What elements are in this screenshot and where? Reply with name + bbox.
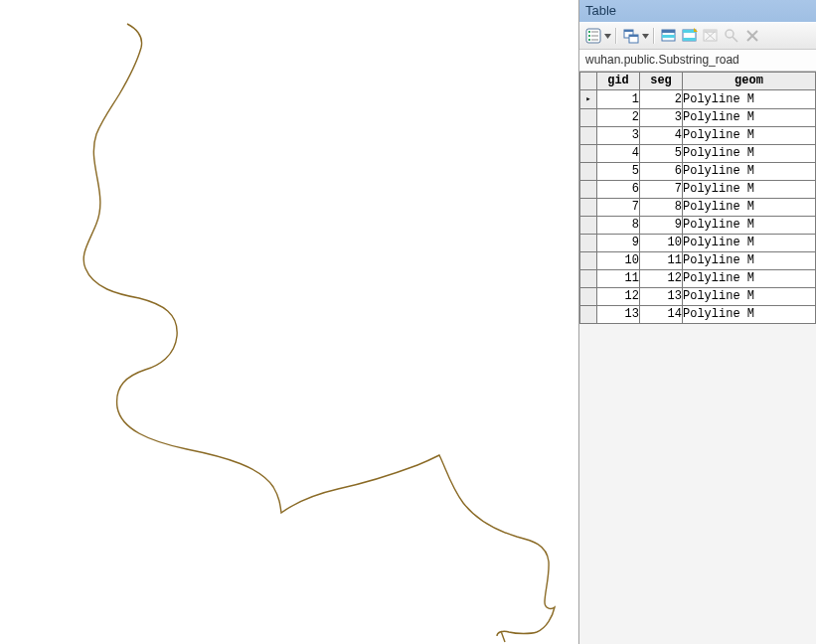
table-row[interactable]: 12Polyline M	[580, 90, 816, 109]
list-icon	[585, 28, 601, 44]
cell-gid[interactable]: 2	[597, 109, 640, 127]
table-row[interactable]: 34Polyline M	[580, 127, 816, 145]
clear-selection-button[interactable]	[701, 26, 721, 46]
cell-seg[interactable]: 9	[640, 217, 683, 235]
cell-seg[interactable]: 5	[640, 145, 683, 163]
cell-geom[interactable]: Polyline M	[683, 127, 816, 145]
table-toolbar	[579, 22, 816, 50]
layer-name-label: wuhan.public.Substring_road	[579, 50, 816, 72]
cell-gid[interactable]: 9	[597, 235, 640, 252]
select-table-icon	[661, 28, 677, 44]
cell-geom[interactable]: Polyline M	[683, 181, 816, 199]
cell-gid[interactable]: 12	[597, 288, 640, 306]
row-selector[interactable]	[580, 288, 597, 306]
toolbar-separator	[615, 28, 617, 44]
select-by-attributes-button[interactable]	[659, 26, 679, 46]
related-tables-dropdown[interactable]	[642, 28, 649, 44]
table-row[interactable]: 910Polyline M	[580, 235, 816, 252]
close-icon	[744, 28, 760, 44]
road-polyline	[83, 24, 555, 642]
row-selector-header[interactable]	[580, 73, 597, 90]
cell-seg[interactable]: 2	[640, 90, 683, 109]
cell-gid[interactable]: 11	[597, 270, 640, 288]
svg-rect-15	[662, 35, 675, 38]
cell-seg[interactable]: 8	[640, 199, 683, 217]
cell-geom[interactable]: Polyline M	[683, 235, 816, 252]
row-selector[interactable]	[580, 109, 597, 127]
zoom-selected-icon	[724, 28, 739, 44]
related-tables-button[interactable]	[621, 26, 641, 46]
cell-seg[interactable]: 14	[640, 306, 683, 324]
close-table-button[interactable]	[742, 26, 762, 46]
cell-geom[interactable]: Polyline M	[683, 90, 816, 109]
row-selector[interactable]	[580, 181, 597, 199]
svg-rect-9	[624, 30, 633, 32]
row-selector[interactable]	[580, 270, 597, 288]
attribute-grid[interactable]: gid seg geom 12Polyline M23Polyline M34P…	[579, 72, 816, 324]
panel-title: Table	[579, 0, 816, 22]
switch-selection-icon	[682, 28, 698, 44]
cell-gid[interactable]: 5	[597, 163, 640, 181]
cell-geom[interactable]: Polyline M	[683, 252, 816, 270]
cell-geom[interactable]: Polyline M	[683, 109, 816, 127]
attribute-table-panel: Table	[578, 0, 816, 644]
cell-seg[interactable]: 10	[640, 235, 683, 252]
table-row[interactable]: 78Polyline M	[580, 199, 816, 217]
table-row[interactable]: 1011Polyline M	[580, 252, 816, 270]
cell-gid[interactable]: 13	[597, 306, 640, 324]
table-row[interactable]: 1314Polyline M	[580, 306, 816, 324]
column-header-seg[interactable]: seg	[640, 73, 683, 90]
cell-seg[interactable]: 11	[640, 252, 683, 270]
cell-seg[interactable]: 7	[640, 181, 683, 199]
table-row[interactable]: 1213Polyline M	[580, 288, 816, 306]
cell-geom[interactable]: Polyline M	[683, 145, 816, 163]
row-selector[interactable]	[580, 90, 597, 109]
table-row[interactable]: 67Polyline M	[580, 181, 816, 199]
cell-gid[interactable]: 1	[597, 90, 640, 109]
cell-gid[interactable]: 8	[597, 217, 640, 235]
row-selector[interactable]	[580, 235, 597, 252]
cell-gid[interactable]: 7	[597, 199, 640, 217]
table-row[interactable]: 1112Polyline M	[580, 270, 816, 288]
table-row[interactable]: 89Polyline M	[580, 217, 816, 235]
table-row[interactable]: 45Polyline M	[580, 145, 816, 163]
zoom-to-selected-button[interactable]	[722, 26, 741, 46]
cell-geom[interactable]: Polyline M	[683, 288, 816, 306]
cell-seg[interactable]: 3	[640, 109, 683, 127]
row-selector[interactable]	[580, 306, 597, 324]
cell-seg[interactable]: 13	[640, 288, 683, 306]
row-selector[interactable]	[580, 145, 597, 163]
related-tables-icon	[623, 28, 639, 44]
toolbar-separator	[653, 28, 655, 44]
cell-gid[interactable]: 10	[597, 252, 640, 270]
svg-rect-18	[683, 38, 696, 41]
cell-geom[interactable]: Polyline M	[683, 199, 816, 217]
cell-seg[interactable]: 4	[640, 127, 683, 145]
switch-selection-button[interactable]	[680, 26, 700, 46]
row-selector[interactable]	[580, 199, 597, 217]
cell-gid[interactable]: 4	[597, 145, 640, 163]
column-header-geom[interactable]: geom	[683, 73, 816, 90]
svg-marker-7	[604, 34, 611, 39]
clear-selection-icon	[703, 28, 719, 44]
column-header-gid[interactable]: gid	[597, 73, 640, 90]
cell-geom[interactable]: Polyline M	[683, 306, 816, 324]
table-row[interactable]: 23Polyline M	[580, 109, 816, 127]
cell-seg[interactable]: 12	[640, 270, 683, 288]
table-options-dropdown[interactable]	[604, 28, 611, 44]
cell-geom[interactable]: Polyline M	[683, 163, 816, 181]
table-row[interactable]: 56Polyline M	[580, 163, 816, 181]
row-selector[interactable]	[580, 217, 597, 235]
cell-geom[interactable]: Polyline M	[683, 217, 816, 235]
cell-seg[interactable]: 6	[640, 163, 683, 181]
row-selector[interactable]	[580, 127, 597, 145]
svg-point-23	[726, 30, 734, 38]
cell-geom[interactable]: Polyline M	[683, 270, 816, 288]
row-selector[interactable]	[580, 252, 597, 270]
cell-gid[interactable]: 6	[597, 181, 640, 199]
row-selector[interactable]	[580, 163, 597, 181]
cell-gid[interactable]: 3	[597, 127, 640, 145]
table-options-button[interactable]	[583, 26, 603, 46]
chevron-down-icon	[604, 28, 611, 44]
chevron-down-icon	[642, 28, 649, 44]
